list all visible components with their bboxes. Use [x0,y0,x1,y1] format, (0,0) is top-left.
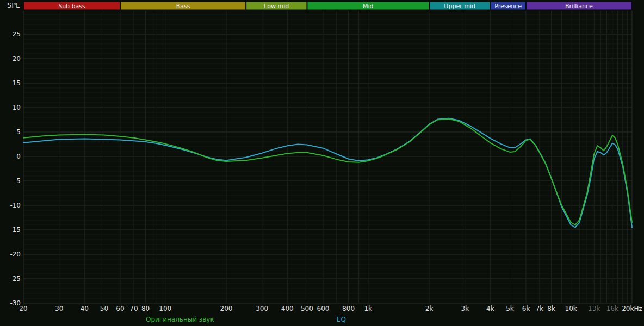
x-tick-30: 30 [55,305,63,312]
y-tick-20: 20 [13,55,21,62]
curves [23,118,632,228]
x-tick-1k: 1k [364,305,372,312]
curve-eq [23,118,632,228]
x-axis-tick-labels: 203040506070801002003004005006008001k2k3… [19,305,642,312]
y-axis-tick-labels: 2520151050-5-10-15-20-25-30 [10,30,21,307]
frequency-response-chart: Sub bassBassLow midMidUpper midPresenceB… [0,0,644,326]
x-tick-4k: 4k [486,305,494,312]
y-tick--15: -15 [10,226,21,234]
x-tick-100: 100 [159,305,171,312]
x-tick-13k: 13k [588,305,600,312]
x-tick-3k: 3k [461,305,469,312]
y-tick--5: -5 [14,177,21,185]
x-tick-60: 60 [116,305,124,312]
x-tick-200: 200 [220,305,233,312]
x-tick-70: 70 [129,305,138,312]
x-tick-8k: 8k [547,305,555,312]
x-tick-6k: 6k [522,305,530,312]
y-tick--30: -30 [10,299,21,307]
y-tick--20: -20 [10,250,21,258]
frequency-band-bar: Sub bassBassLow midMidUpper midPresenceB… [24,2,632,10]
x-tick-50: 50 [100,305,108,312]
x-tick-16k: 16k [606,305,618,312]
legend-eq: EQ [337,316,346,323]
x-tick-2k: 2k [425,305,434,312]
x-tick-600: 600 [317,305,330,312]
x-tick-500: 500 [301,305,313,312]
y-tick-25: 25 [13,30,21,38]
chart-canvas: Sub bassBassLow midMidUpper midPresenceB… [0,0,644,326]
band-label-bass: Bass [176,3,190,10]
band-label-upper-mid: Upper mid [444,3,475,10]
curve-original-sound [23,119,632,225]
band-label-low-mid: Low mid [264,3,289,10]
horizontal-gridlines [23,15,632,303]
x-tick-7k: 7k [536,305,544,312]
x-tick-300: 300 [256,305,268,312]
band-label-mid: Mid [363,3,374,10]
y-tick--25: -25 [10,275,21,283]
band-label-presence: Presence [494,3,522,10]
x-tick-800: 800 [342,305,355,312]
y-tick-0: 0 [16,153,21,160]
x-tick-20kHz: 20kHz [622,305,642,312]
y-tick-15: 15 [13,79,21,87]
band-label-sub-bass: Sub bass [58,3,85,10]
y-tick--10: -10 [10,202,21,209]
y-tick-5: 5 [16,128,21,136]
x-tick-10k: 10k [565,305,577,312]
x-tick-80: 80 [141,305,150,312]
legend-original-sound: Оригинальный звук [146,316,214,323]
spl-axis-label: SPL [7,1,20,9]
x-tick-40: 40 [81,305,89,312]
x-tick-5k: 5k [506,305,514,312]
x-tick-400: 400 [281,305,294,312]
y-tick-10: 10 [13,104,21,111]
band-label-brilliance: Brilliance [565,3,593,10]
